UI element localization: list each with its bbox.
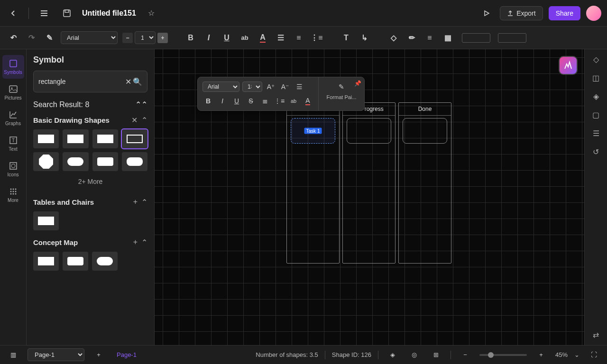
float-font-select[interactable]: Arial — [202, 82, 239, 92]
underline-button[interactable]: U — [220, 31, 233, 45]
more-shapes-link[interactable]: 2+ More — [33, 175, 147, 188]
shape-rect[interactable] — [33, 129, 59, 148]
collapse-all-icon[interactable]: ⌃⌃ — [135, 100, 147, 109]
comment-icon[interactable]: ◫ — [592, 73, 599, 82]
float-align[interactable]: ☰ — [294, 81, 305, 92]
redo-button[interactable]: ↷ — [25, 31, 38, 45]
menu-button[interactable] — [37, 6, 52, 21]
shape-rounded[interactable] — [92, 152, 118, 171]
export-button[interactable]: Export — [500, 6, 543, 20]
zoom-level[interactable]: 45% — [555, 351, 568, 358]
float-bold[interactable]: B — [202, 95, 214, 107]
notes-icon[interactable]: ☰ — [593, 129, 599, 138]
shape-rect3[interactable] — [92, 129, 118, 148]
float-textcolor[interactable]: A — [302, 95, 313, 107]
ai-assistant-button[interactable] — [559, 56, 578, 75]
focus-icon[interactable]: ◎ — [407, 347, 422, 363]
search-input[interactable] — [38, 78, 123, 85]
shape-octagon[interactable] — [33, 152, 59, 171]
rail-symbols[interactable]: Symbols — [2, 55, 24, 79]
page-layout-icon[interactable]: ▥ — [6, 347, 21, 363]
format-painter-icon[interactable]: ✎ — [43, 31, 56, 45]
kanban-col-done[interactable]: Done — [398, 102, 451, 264]
layers-icon[interactable]: ◈ — [385, 347, 400, 363]
add-section-icon[interactable]: + — [133, 198, 138, 207]
font-size-decrease[interactable]: − — [122, 33, 133, 43]
close-section-icon[interactable]: ✕ — [131, 116, 138, 125]
collapse-section-icon[interactable]: ⌃ — [141, 116, 147, 125]
line-style-select[interactable] — [462, 33, 490, 43]
fill-color-icon[interactable]: ◇ — [593, 55, 599, 64]
shape-table[interactable] — [33, 211, 59, 230]
task-card[interactable]: Task 1 — [291, 118, 335, 144]
shape-cm-rrect[interactable] — [63, 252, 88, 271]
fullscreen-icon[interactable]: ⛶ — [586, 347, 601, 363]
empty-card[interactable] — [403, 118, 447, 144]
fill-button[interactable]: ◇ — [387, 31, 400, 45]
file-title[interactable]: Untitled file151 — [82, 9, 136, 18]
format-painter-icon[interactable]: ✎ — [336, 81, 347, 92]
history-icon[interactable]: ↺ — [593, 147, 599, 156]
symbol-search[interactable]: ✕ 🔍 — [33, 71, 147, 92]
user-avatar[interactable] — [586, 6, 601, 21]
italic-button[interactable]: I — [202, 31, 215, 45]
undo-button[interactable]: ↶ — [7, 31, 20, 45]
float-font-increase[interactable]: A⁺ — [265, 81, 276, 92]
collapse-section-icon[interactable]: ⌃ — [141, 238, 147, 247]
shape-pill[interactable] — [63, 152, 88, 171]
arrange-icon[interactable]: ◈ — [593, 92, 599, 101]
map-icon[interactable]: ⊞ — [429, 347, 444, 363]
font-size-increase[interactable]: + — [157, 33, 168, 43]
task-label[interactable]: Task 1 — [304, 128, 322, 134]
float-sub[interactable]: ab — [288, 95, 299, 107]
arrow-style-select[interactable] — [498, 33, 526, 43]
float-strike[interactable]: S — [245, 95, 257, 107]
text-tool-button[interactable]: T — [340, 31, 353, 45]
float-underline[interactable]: U — [231, 95, 242, 107]
float-bullist[interactable]: ⋮≡ — [274, 95, 285, 107]
favorite-button[interactable]: ☆ — [144, 6, 159, 21]
float-size-select[interactable]: 18 — [242, 82, 262, 92]
zoom-in[interactable]: + — [533, 347, 549, 363]
share-button[interactable]: Share — [549, 6, 580, 20]
shape-rounded2[interactable] — [122, 152, 147, 171]
float-font-decrease[interactable]: A⁻ — [279, 81, 291, 92]
page-tab[interactable]: Page-1 — [113, 351, 140, 358]
present-icon[interactable]: ▢ — [592, 110, 599, 119]
canvas[interactable]: To Do Task 1 In Progress Done Arial 18 A… — [155, 49, 584, 345]
text-color-button[interactable]: A — [256, 31, 269, 45]
float-numlist[interactable]: ≣ — [259, 95, 271, 107]
back-button[interactable] — [6, 6, 21, 21]
add-section-icon[interactable]: + — [133, 238, 138, 247]
add-page-button[interactable]: + — [91, 347, 106, 363]
shape-rect-outline[interactable] — [122, 129, 147, 148]
zoom-slider[interactable] — [479, 354, 527, 356]
shape-cm-pill[interactable] — [92, 252, 118, 271]
empty-card[interactable] — [347, 118, 391, 144]
font-family-select[interactable]: Arial — [61, 31, 118, 44]
font-size-select[interactable]: 18 — [135, 31, 156, 44]
search-icon[interactable]: 🔍 — [133, 74, 142, 89]
connector-button[interactable]: ↳ — [358, 31, 371, 45]
pin-icon[interactable]: 📌 — [354, 80, 361, 87]
table-button[interactable]: ▦ — [441, 31, 454, 45]
play-button[interactable] — [479, 6, 494, 21]
rail-pictures[interactable]: Pictures — [2, 81, 24, 104]
rail-more[interactable]: More — [2, 183, 24, 207]
save-icon[interactable] — [59, 6, 74, 21]
rail-icons[interactable]: Icons — [2, 157, 24, 181]
page-select[interactable]: Page-1 — [28, 348, 84, 361]
clear-search-icon[interactable]: ✕ — [123, 74, 133, 89]
kanban-col-progress[interactable]: In Progress — [342, 102, 395, 264]
settings-toggle-icon[interactable]: ⇄ — [593, 330, 599, 339]
zoom-out[interactable]: − — [458, 347, 473, 363]
float-italic[interactable]: I — [217, 95, 228, 107]
shape-rect2[interactable] — [63, 129, 88, 148]
highlight-button[interactable]: ✏ — [405, 31, 418, 45]
lines-button[interactable]: ≡ — [423, 31, 436, 45]
rail-text[interactable]: T Text — [2, 132, 24, 155]
rail-graphs[interactable]: Graphs — [2, 106, 24, 130]
align-button[interactable]: ☰ — [274, 31, 287, 45]
strikethrough-button[interactable]: ab — [238, 31, 251, 45]
zoom-dropdown-icon[interactable]: ⌄ — [574, 351, 579, 358]
